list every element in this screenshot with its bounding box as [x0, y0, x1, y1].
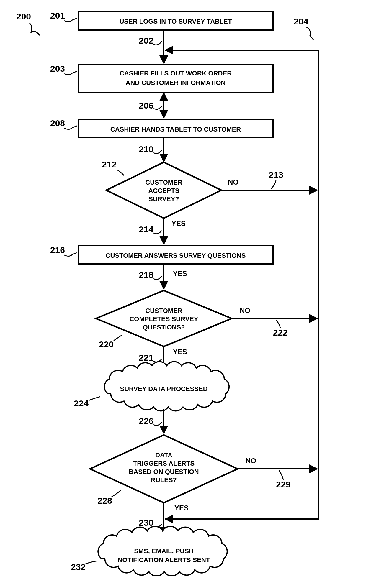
svg-text:USER LOGS IN TO SURVEY TABLET: USER LOGS IN TO SURVEY TABLET: [120, 18, 232, 25]
svg-text:QUESTIONS?: QUESTIONS?: [143, 323, 185, 331]
svg-text:RULES?: RULES?: [151, 476, 177, 484]
svg-text:AND CUSTOMER INFORMATION: AND CUSTOMER INFORMATION: [126, 79, 226, 86]
node-201: USER LOGS IN TO SURVEY TABLET: [78, 12, 273, 30]
ref-224: 224: [74, 397, 100, 408]
node-216: CUSTOMER ANSWERS SURVEY QUESTIONS: [78, 246, 273, 264]
svg-text:208: 208: [50, 118, 65, 128]
svg-text:216: 216: [50, 245, 65, 255]
node-203: CASHIER FILLS OUT WORK ORDER AND CUSTOME…: [78, 65, 273, 93]
edge-229-no: NO 229: [238, 457, 317, 489]
svg-text:NO: NO: [228, 178, 238, 186]
svg-text:206: 206: [139, 101, 153, 110]
node-232-cloud: SMS, EMAIL, PUSH NOTIFICATION ALERTS SEN…: [98, 526, 227, 576]
ref-212: 212: [102, 160, 124, 175]
svg-text:COMPLETES SURVEY: COMPLETES SURVEY: [129, 315, 198, 323]
svg-text:229: 229: [276, 479, 291, 489]
svg-text:CUSTOMER: CUSTOMER: [145, 179, 182, 186]
svg-text:226: 226: [139, 416, 153, 426]
svg-text:224: 224: [74, 398, 89, 408]
svg-text:220: 220: [99, 339, 114, 349]
svg-text:NO: NO: [240, 306, 250, 314]
svg-text:SMS, EMAIL, PUSH: SMS, EMAIL, PUSH: [134, 547, 194, 555]
node-228-decision: DATA TRIGGERS ALERTS BASED ON QUESTION R…: [90, 435, 238, 503]
svg-text:YES: YES: [171, 219, 186, 227]
ref-232: 232: [71, 561, 97, 572]
svg-text:TRIGGERS ALERTS: TRIGGERS ALERTS: [133, 460, 195, 467]
svg-text:CUSTOMER ANSWERS SURVEY QUESTI: CUSTOMER ANSWERS SURVEY QUESTIONS: [106, 252, 246, 259]
svg-text:204: 204: [294, 17, 308, 26]
ref-220: 220: [99, 335, 122, 349]
ref-200: 200: [16, 12, 40, 35]
svg-text:NO: NO: [246, 457, 256, 465]
ref-216: 216: [50, 245, 77, 256]
svg-text:YES: YES: [174, 504, 189, 512]
edge-210: 210: [139, 138, 164, 162]
svg-text:200: 200: [16, 12, 31, 21]
svg-text:BASED ON QUESTION: BASED ON QUESTION: [129, 468, 199, 475]
svg-text:NOTIFICATION ALERTS SENT: NOTIFICATION ALERTS SENT: [118, 556, 210, 564]
svg-text:222: 222: [273, 328, 288, 337]
svg-text:210: 210: [139, 144, 153, 154]
svg-text:DATA: DATA: [155, 451, 172, 459]
ref-204: 204: [294, 17, 313, 40]
svg-text:SURVEY?: SURVEY?: [148, 195, 179, 203]
svg-text:CUSTOMER: CUSTOMER: [145, 307, 182, 314]
ref-228: 228: [97, 490, 121, 505]
edge-213-no: NO 213: [221, 170, 317, 190]
svg-text:228: 228: [97, 496, 112, 505]
edge-218-yes: YES 218: [139, 264, 187, 289]
svg-text:YES: YES: [173, 270, 187, 277]
ref-203: 203: [50, 64, 77, 75]
ref-201: 201: [50, 11, 77, 22]
edge-226: 226: [139, 409, 164, 433]
svg-text:201: 201: [50, 11, 65, 20]
svg-text:CASHIER FILLS OUT WORK ORDER: CASHIER FILLS OUT WORK ORDER: [120, 70, 232, 77]
ref-208: 208: [50, 118, 77, 129]
node-220-decision: CUSTOMER COMPLETES SURVEY QUESTIONS?: [96, 290, 232, 346]
edge-202: 202: [139, 30, 164, 63]
svg-text:214: 214: [139, 224, 153, 234]
svg-text:221: 221: [139, 353, 153, 362]
svg-text:218: 218: [139, 270, 153, 280]
svg-text:203: 203: [50, 64, 65, 73]
edge-214-yes: YES 214: [139, 218, 186, 244]
node-212-decision: CUSTOMER ACCEPTS SURVEY?: [106, 162, 221, 218]
node-208: CASHIER HANDS TABLET TO CUSTOMER: [78, 119, 273, 138]
svg-text:232: 232: [71, 562, 86, 572]
svg-text:212: 212: [102, 160, 117, 169]
svg-text:230: 230: [139, 518, 153, 528]
svg-text:SURVEY DATA PROCESSED: SURVEY DATA PROCESSED: [120, 385, 207, 392]
edge-206: 206: [139, 93, 164, 118]
svg-text:ACCEPTS: ACCEPTS: [148, 187, 179, 194]
node-224-cloud: SURVEY DATA PROCESSED: [104, 362, 229, 411]
svg-text:CASHIER HANDS TABLET TO CUSTOM: CASHIER HANDS TABLET TO CUSTOMER: [110, 126, 241, 133]
edge-222-no: NO 222: [232, 306, 317, 337]
svg-text:202: 202: [139, 36, 153, 45]
svg-text:YES: YES: [173, 348, 187, 356]
svg-text:213: 213: [269, 170, 283, 180]
